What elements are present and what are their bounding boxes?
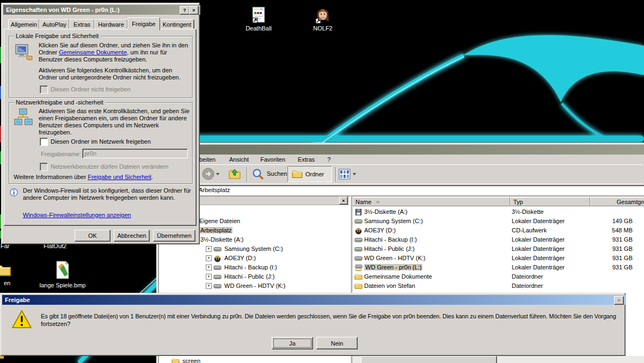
horizontal-scrollbar[interactable] (352, 355, 644, 363)
gemeinsame-dokumente-link[interactable]: Gemeinsame Dokumente (59, 49, 127, 56)
modify-files-checkbox-label: Netzwerkbenutzer dürfen Dateien veränder… (51, 163, 168, 170)
file-row[interactable]: Hitachi - Backup (I:) Lokaler Datenträge… (352, 235, 644, 244)
menu-bar: Datei Bearbeiten Ansicht Favoriten Extra… (158, 155, 643, 164)
search-button[interactable]: Suchen (267, 170, 287, 177)
share-warning-titlebar[interactable]: Freigabe (2, 295, 626, 305)
file-row[interactable]: Hitachi - Public (J:) Lokaler Datenträge… (352, 244, 644, 254)
file-row[interactable]: 3½-Diskette (A:) 3½-Diskette (352, 207, 644, 217)
tree-item-hitachi-public-j[interactable]: + Hitachi - Public (J:) (159, 272, 347, 281)
sort-ascending-icon (376, 200, 380, 203)
desktop-icon-label: NOLF2 (304, 25, 342, 32)
views-icon[interactable] (339, 168, 351, 180)
column-header-name[interactable]: Name (352, 197, 510, 206)
cd-drive-icon (354, 226, 363, 235)
share-warning-message-line1: Es gibt 18 geöffnete Datei(en) von 1 Ben… (41, 313, 616, 319)
tab-autoplay[interactable]: AutoPlay (39, 19, 70, 30)
folders-button[interactable]: Ordner (287, 166, 332, 182)
no-button[interactable]: Nein (316, 337, 358, 349)
explorer-titlebar[interactable]: Arbeitsplatz (158, 145, 644, 155)
hard-drive-icon (354, 217, 363, 225)
share-network-checkbox-label: Diesen Ordner im Netzwerk freigeben (51, 138, 151, 145)
close-icon[interactable]: × (614, 296, 624, 305)
properties-titlebar[interactable]: Eigenschaften von WD Green - pr0n (L:) (3, 5, 200, 15)
address-input[interactable]: Arbeitsplatz (187, 185, 644, 195)
share-name-input[interactable] (82, 149, 188, 158)
network-computers-icon (14, 108, 33, 128)
file-row[interactable]: WD Green - HDTV (K:) Lokaler Datenträger… (352, 254, 644, 263)
hard-drive-icon (213, 263, 222, 272)
expander-plus-icon[interactable]: + (206, 283, 212, 289)
properties-dialog: Eigenschaften von WD Green - pr0n (L:) ?… (1, 3, 200, 244)
share-warning-message-line2: fortsetzen? (41, 321, 70, 327)
menu-ansicht[interactable]: Ansicht (225, 155, 253, 164)
share-network-checkbox[interactable] (40, 138, 48, 146)
not-share-checkbox[interactable] (40, 85, 48, 94)
desktop-icon-lange-spiele[interactable]: lange Spiele.bmp (35, 260, 90, 288)
local-share-group: Lokale Freigabe und Sicherheit Klicken S… (9, 36, 193, 98)
forward-dropdown-icon[interactable] (216, 173, 219, 175)
forward-icon[interactable] (202, 168, 214, 180)
file-row[interactable]: Dateien von Stefan Dateiordner (352, 281, 644, 291)
folders-panel-close-icon[interactable]: × (339, 196, 348, 205)
tab-freigabe[interactable]: Freigabe (127, 17, 160, 30)
shared-drive-icon (354, 263, 363, 272)
freigabe-sicherheit-link[interactable]: Freigabe und Sicherheit (88, 174, 151, 180)
toolbar: Suchen Ordner (158, 164, 643, 184)
tree-item-aoe3y-d[interactable]: + AOE3Y (D:) (159, 254, 347, 263)
hard-drive-icon (213, 273, 222, 281)
cancel-button[interactable]: Abbrechen (114, 230, 150, 242)
tab-kontingent[interactable]: Kontingent (160, 19, 194, 30)
menu-hilfe[interactable]: ? (323, 155, 334, 164)
file-row[interactable]: AOE3Y (D:) CD-Laufwerk 548 MB (352, 226, 644, 235)
more-info-text: Weitere Informationen über Freigabe und … (14, 174, 191, 180)
folders-icon (291, 169, 303, 180)
tab-hardware[interactable]: Hardware (94, 19, 128, 30)
address-bar: Adresse Arbeitsplatz (158, 183, 643, 196)
menu-extras[interactable]: Extras (294, 155, 318, 164)
desktop-icon-nolf2[interactable]: NOLF2 (304, 7, 342, 32)
expander-plus-icon[interactable]: + (206, 274, 212, 280)
scrollbar-thumb[interactable] (361, 356, 497, 363)
expander-plus-icon[interactable]: + (206, 264, 212, 270)
tree-item-wdgreen-hdtv-k[interactable]: + WD Green - HDTV (K:) (159, 281, 347, 291)
yes-button[interactable]: Ja (272, 337, 313, 349)
desktop-icon-folder-partial[interactable]: en (0, 262, 14, 286)
dialog-title: Freigabe (5, 297, 30, 303)
views-dropdown-icon[interactable] (353, 173, 356, 175)
file-row[interactable]: Samsung System (C:) Lokaler Datenträger … (352, 217, 644, 226)
up-folder-icon[interactable] (228, 168, 241, 181)
apply-button[interactable]: Übernehmen (153, 230, 195, 242)
column-header-typ[interactable]: Typ (510, 197, 590, 206)
desktop-icon-deathball[interactable]: DeathBall (240, 7, 278, 32)
tree-item-samsung-c[interactable]: + Samsung System (C:) (159, 244, 347, 254)
deathball-icon (252, 7, 266, 24)
search-icon[interactable] (252, 168, 264, 180)
firewall-settings-link[interactable]: Windows-Firewalleinstellungen anzeigen (23, 212, 131, 218)
modify-files-checkbox[interactable] (40, 163, 48, 171)
close-icon[interactable]: × (189, 6, 199, 15)
group-title: Lokale Freigabe und Sicherheit (14, 33, 101, 39)
not-share-checkbox-label: Diesen Ordner nicht freigeben (51, 86, 131, 93)
help-icon[interactable]: ? (180, 6, 189, 15)
network-share-group: Netzwerkfreigabe und -sicherheit Aktivie… (9, 102, 193, 184)
local-share-text: Klicken Sie auf diesen Ordner, und ziehe… (39, 42, 190, 81)
desktop-icon-label: DeathBall (240, 25, 278, 32)
hard-drive-icon (354, 236, 363, 244)
tree-item-screen[interactable]: screen (159, 356, 347, 363)
folders-button-label: Ordner (305, 171, 324, 177)
file-row[interactable]: Gemeinsame Dokumente Dateiordner (352, 272, 644, 281)
file-row-selected[interactable]: WD Green - pr0n (L:) Lokaler Datenträger… (352, 263, 644, 272)
tab-allgemein[interactable]: Allgemein (8, 19, 40, 30)
shared-folder-computer-icon (14, 43, 33, 61)
tab-extras[interactable]: Extras (69, 19, 95, 30)
share-warning-dialog: Freigabe × Es gibt 18 geöffnete Datei(en… (0, 293, 625, 356)
tree-item-hitachi-backup-i[interactable]: + Hitachi - Backup (I:) (159, 263, 347, 272)
expander-plus-icon[interactable]: + (206, 255, 212, 261)
folder-icon (171, 357, 180, 363)
menu-favoriten[interactable]: Favoriten (256, 155, 289, 164)
expander-plus-icon[interactable]: + (206, 246, 212, 252)
cd-drive-icon (213, 254, 222, 262)
group-title: Netzwerkfreigabe und -sicherheit (14, 99, 106, 106)
ok-button[interactable]: OK (75, 230, 111, 242)
column-header-gesamtgroesse[interactable]: Gesamtgröße (590, 197, 644, 206)
